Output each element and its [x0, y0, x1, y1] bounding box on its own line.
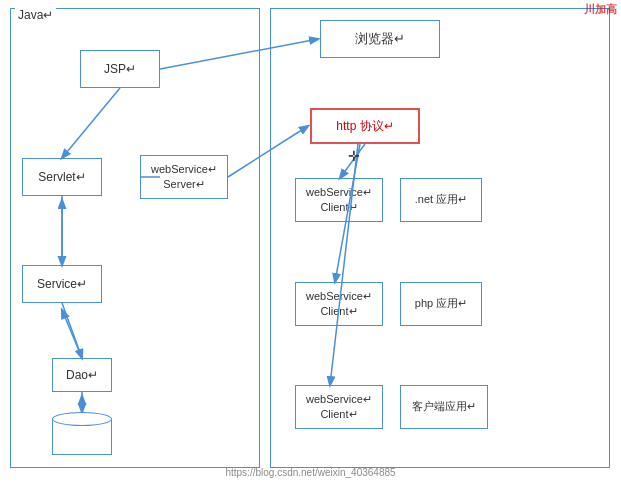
ws-client-net-box: webService↵Client↵ [295, 178, 383, 222]
java-label: Java↵ [15, 8, 56, 22]
ws-client-php-box: webService↵Client↵ [295, 282, 383, 326]
http-protocol-box: http 协议↵ [310, 108, 420, 144]
ws-client-mobile-box: webService↵Client↵ [295, 385, 383, 429]
watermark-top: 川加高 [584, 2, 617, 17]
service-box: Service↵ [22, 265, 102, 303]
dao-box: Dao↵ [52, 358, 112, 392]
mobile-app-box: 客户端应用↵ [400, 385, 488, 429]
watermark-bottom: https://blog.csdn.net/weixin_40364885 [225, 467, 395, 478]
php-app-box: php 应用↵ [400, 282, 482, 326]
database-cylinder [52, 412, 112, 455]
cursor: ✛ [348, 148, 360, 164]
webservice-server-box: webService↵Server↵ [140, 155, 228, 199]
browser-box: 浏览器↵ [320, 20, 440, 58]
diagram-container: 川加高 Java↵ JSP↵ Servlet↵ webService↵Serve… [0, 0, 621, 500]
net-app-box: .net 应用↵ [400, 178, 482, 222]
servlet-box: Servlet↵ [22, 158, 102, 196]
jsp-box: JSP↵ [80, 50, 160, 88]
cylinder-top [52, 412, 112, 426]
